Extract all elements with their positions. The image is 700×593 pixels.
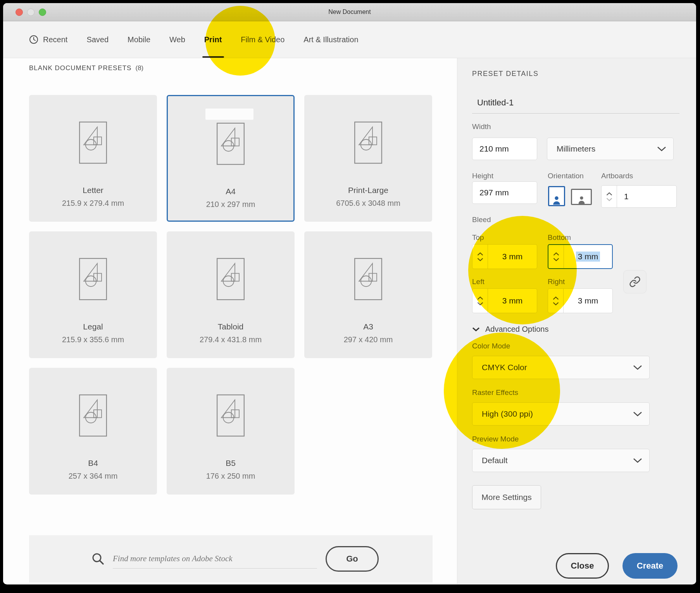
search-icon (91, 552, 105, 566)
tab-print[interactable]: Print (204, 21, 222, 58)
bleed-label: Bleed (472, 215, 491, 224)
chevron-down-icon (633, 458, 642, 463)
bleed-top-label: Top (472, 233, 484, 242)
preset-card-a3[interactable]: A3 297 x 420 mm (304, 231, 432, 358)
bleed-bottom-label: Bottom (548, 233, 571, 242)
advanced-options-toggle[interactable]: Advanced Options (472, 325, 548, 334)
preset-card-letter[interactable]: Letter 215.9 x 279.4 mm (29, 95, 157, 222)
height-input[interactable]: 297 mm (472, 181, 537, 204)
window-title: New Document (328, 9, 371, 16)
bleed-right-label: Right (548, 278, 565, 286)
tab-label: Print (204, 35, 222, 44)
bleed-top-field[interactable]: 3 mm (472, 244, 537, 269)
stepper-arrows[interactable] (602, 186, 617, 207)
advanced-options-label: Advanced Options (485, 325, 548, 334)
presets-count: (8) (135, 64, 143, 72)
bleed-bottom-field[interactable]: 3 mm (548, 244, 613, 269)
color-mode-dropdown[interactable]: CMYK Color (472, 356, 650, 379)
stepper-up-icon[interactable] (477, 296, 483, 300)
bleed-left-field[interactable]: 3 mm (472, 288, 537, 313)
preset-name: Legal (83, 322, 103, 331)
panel-heading: PRESET DETAILS (472, 70, 538, 78)
stepper-up-icon[interactable] (606, 192, 612, 196)
preset-name: Print-Large (348, 186, 388, 195)
chain-link-icon (629, 276, 641, 288)
height-label: Height (472, 172, 493, 180)
window-controls (16, 9, 46, 16)
width-input[interactable]: 210 mm (472, 138, 537, 160)
stepper-arrows[interactable] (548, 245, 564, 268)
bleed-left-label: Left (472, 278, 484, 286)
preset-name: Tabloid (218, 322, 244, 331)
whiteout-band (205, 109, 253, 120)
tab-label: Mobile (128, 35, 150, 44)
tab-mobile[interactable]: Mobile (128, 21, 150, 58)
stepper-down-icon[interactable] (477, 302, 483, 305)
stepper-down-icon[interactable] (606, 198, 612, 201)
more-settings-button[interactable]: More Settings (472, 485, 541, 509)
preset-card-a4[interactable]: A4 210 x 297 mm (167, 95, 295, 222)
preset-card-tabloid[interactable]: Tabloid 279.4 x 431.8 mm (167, 231, 295, 358)
stepper-down-icon[interactable] (477, 258, 483, 261)
presets-heading-text: BLANK DOCUMENT PRESETS (29, 64, 131, 72)
stepper-up-icon[interactable] (477, 252, 483, 256)
document-name-input[interactable] (472, 92, 679, 114)
preset-card-b4[interactable]: B4 257 x 364 mm (29, 368, 157, 495)
bleed-right-field[interactable]: 3 mm (548, 288, 613, 313)
raster-effects-label: Raster Effects (472, 388, 518, 397)
landscape-person-icon (577, 196, 586, 204)
width-value: 210 mm (479, 144, 509, 153)
height-value: 297 mm (479, 188, 509, 197)
link-bleed-values-button[interactable] (623, 270, 647, 293)
search-input[interactable] (113, 549, 317, 569)
create-button[interactable]: Create (622, 553, 678, 579)
orientation-portrait-button[interactable] (548, 186, 565, 206)
tab-web[interactable]: Web (169, 21, 185, 58)
tab-label: Film & Video (241, 35, 284, 44)
stepper-up-icon[interactable] (553, 296, 559, 300)
tab-film-video[interactable]: Film & Video (241, 21, 284, 58)
close-window-button[interactable] (16, 9, 23, 16)
preview-mode-value: Default (482, 456, 508, 465)
tab-saved[interactable]: Saved (86, 21, 109, 58)
width-label: Width (472, 122, 491, 131)
stepper-arrows[interactable] (472, 245, 488, 269)
presets-area: BLANK DOCUMENT PRESETS(8) Letter 215.9 x… (3, 58, 457, 584)
chevron-down-icon (633, 412, 642, 417)
units-dropdown[interactable]: Millimeters (547, 138, 674, 160)
orientation-label: Orientation (548, 172, 584, 180)
color-mode-value: CMYK Color (482, 363, 527, 372)
stepper-arrows[interactable] (472, 289, 488, 313)
blank-document-icon (79, 121, 107, 164)
tab-art-illustration[interactable]: Art & Illustration (303, 21, 358, 58)
artboards-stepper[interactable]: 1 (601, 185, 677, 208)
portrait-person-icon (551, 195, 562, 205)
preset-grid: Letter 215.9 x 279.4 mm A4 210 x 297 mm … (29, 95, 433, 495)
preset-card-print-large[interactable]: Print-Large 6705.6 x 3048 mm (304, 95, 432, 222)
blank-document-icon (79, 258, 107, 300)
go-button[interactable]: Go (326, 546, 379, 572)
category-tabbar: Recent Saved Mobile Web Print Film & Vid… (3, 21, 696, 58)
clock-icon (29, 35, 38, 44)
preset-dimensions: 279.4 x 431.8 mm (200, 335, 262, 344)
preset-card-b5[interactable]: B5 176 x 250 mm (167, 368, 295, 495)
stepper-arrows[interactable] (548, 289, 564, 313)
tab-label: Recent (43, 35, 67, 44)
bleed-right-value: 3 mm (564, 289, 612, 313)
tab-recent[interactable]: Recent (29, 21, 67, 58)
preset-card-legal[interactable]: Legal 215.9 x 355.6 mm (29, 231, 157, 358)
orientation-landscape-button[interactable] (571, 189, 592, 205)
close-button[interactable]: Close (556, 553, 609, 579)
zoom-window-button[interactable] (39, 9, 46, 16)
blank-document-icon (79, 394, 107, 437)
preset-name: A3 (363, 322, 373, 331)
preset-dimensions: 215.9 x 279.4 mm (62, 199, 124, 208)
stepper-down-icon[interactable] (553, 258, 559, 261)
blank-document-icon (216, 258, 245, 300)
minimize-window-button[interactable] (27, 9, 34, 16)
stepper-down-icon[interactable] (553, 302, 559, 305)
blank-document-icon (354, 121, 383, 164)
raster-effects-dropdown[interactable]: High (300 ppi) (472, 402, 650, 426)
preview-mode-dropdown[interactable]: Default (472, 449, 650, 472)
stepper-up-icon[interactable] (553, 252, 559, 256)
